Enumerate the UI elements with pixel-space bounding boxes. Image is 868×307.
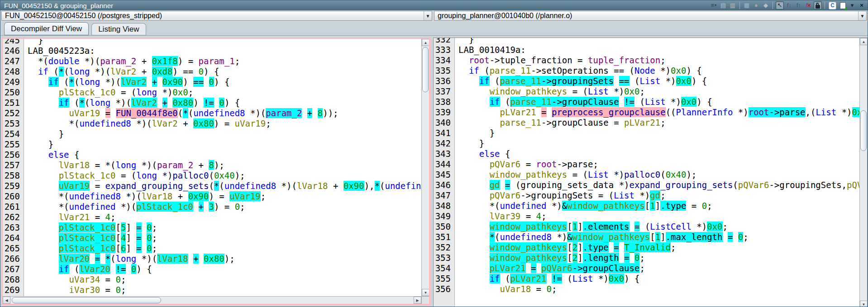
code-line[interactable]: 256 else { bbox=[3, 150, 421, 160]
left-horizontal-scrollbar[interactable]: ◀ ▶ bbox=[3, 296, 421, 304]
right-function-selector[interactable]: grouping_planner@001040b0 (/planner.o) ▼ bbox=[434, 11, 867, 21]
scrollbar-thumb[interactable] bbox=[12, 297, 161, 303]
code-line[interactable]: 341 } bbox=[434, 128, 859, 138]
line-number: 354 bbox=[434, 263, 455, 274]
right-code-view[interactable]: 332 }333LAB_0010419a:334 root->tuple_fra… bbox=[434, 38, 859, 307]
close-icon[interactable]: × bbox=[858, 1, 866, 9]
export-view-icon[interactable]: ▥ bbox=[729, 1, 737, 9]
code-line[interactable]: 354 pLVar21 = pQVar6->groupClause; bbox=[434, 263, 859, 274]
code-line[interactable]: 259 uVar19 = expand_grouping_sets(*(unde… bbox=[3, 181, 421, 191]
line-number: 249 bbox=[3, 77, 24, 87]
chevron-down-icon[interactable]: ▼ bbox=[858, 11, 866, 20]
code-line[interactable]: 338 if (parse_11->groupClause != (List *… bbox=[434, 97, 859, 107]
code-text: plStack_1c0[6] = 0; bbox=[24, 243, 157, 254]
snapshot-menu-icon[interactable]: ≡▾ bbox=[710, 1, 718, 9]
code-line[interactable]: 265 plStack_1c0[6] = 0; bbox=[3, 243, 421, 254]
code-line[interactable]: 356 uVar18 = 0; bbox=[434, 284, 859, 294]
code-line[interactable]: 269 iVar30 = 0; bbox=[3, 285, 421, 295]
code-line[interactable]: 345 window_pathkeys = (List *)palloc0(0x… bbox=[434, 170, 859, 180]
left-vertical-scrollbar[interactable]: ▲ ▼ bbox=[421, 39, 429, 296]
duplicate-view-icon[interactable]: ▤ bbox=[719, 1, 727, 9]
code-line[interactable]: 258 plStack_1c0 = (long *)palloc0(0x40); bbox=[3, 170, 421, 181]
code-line[interactable]: 355 if (pLVar21 != (List *)0x0) { bbox=[434, 274, 859, 284]
document-arrow-glyph bbox=[840, 2, 846, 9]
code-line[interactable]: 342 } bbox=[434, 138, 859, 149]
scroll-up-arrow-icon[interactable]: ▲ bbox=[860, 38, 868, 45]
code-line[interactable]: 266 lVar20 = *(long *)(lVar18 + 0x80); bbox=[3, 254, 421, 264]
code-line[interactable]: 262 lVar21 = 4; bbox=[3, 212, 421, 222]
code-line[interactable]: 347 pQVar6->groupingSets = (List *)gd; bbox=[434, 190, 859, 201]
scroll-down-arrow-icon[interactable]: ▼ bbox=[422, 289, 429, 296]
code-line[interactable]: 336 if (parse_11->groupingSets == (List … bbox=[434, 76, 859, 86]
memory-circle-icon[interactable]: ● bbox=[752, 1, 760, 9]
view-tabs: Decompiler Diff View Listing View bbox=[0, 22, 868, 36]
code-line[interactable]: 253 *(undefined8 *)(lVar2 + 0x80) = uVar… bbox=[3, 118, 421, 129]
code-line[interactable]: 249 if (*(long *)(lVar2 + 0x90) == 0) { bbox=[3, 77, 421, 87]
right-vertical-scrollbar[interactable]: ▲ ▼ bbox=[859, 38, 867, 307]
code-line[interactable]: 257 lVar18 = *(long *)(param_2 + 8); bbox=[3, 160, 421, 170]
code-line[interactable]: 246LAB_0045223a: bbox=[3, 46, 421, 56]
code-line[interactable]: 333LAB_0010419a: bbox=[434, 45, 859, 55]
scroll-down-arrow-icon[interactable]: ▼ bbox=[860, 301, 868, 307]
left-function-selector[interactable]: FUN_00452150@00452150 (/postgres_strippe… bbox=[1, 11, 432, 21]
binary-format-icon[interactable]: ▦ bbox=[743, 1, 751, 9]
code-line[interactable]: 339 pLVar21 = preprocess_groupclause((Pl… bbox=[434, 107, 859, 118]
code-line[interactable]: 268 uVar34 = 0; bbox=[3, 274, 421, 285]
code-text: *(undefined8 *)&window_pathkeys[1].max_l… bbox=[455, 232, 749, 242]
code-line[interactable]: 353 window_pathkeys[2].length = 0; bbox=[434, 253, 859, 263]
code-text: plStack_1c0[4] = 0; bbox=[24, 233, 157, 243]
code-line[interactable]: 245 } bbox=[3, 39, 421, 46]
cursor-tool-icon[interactable]: ↖ bbox=[776, 1, 784, 9]
scroll-left-arrow-icon[interactable]: ◀ bbox=[3, 297, 10, 304]
code-line[interactable]: 343 else { bbox=[434, 149, 859, 159]
code-line[interactable]: 260 *(undefined8 *)(lVar18 + 0x90) = uVa… bbox=[3, 191, 421, 202]
code-line[interactable]: 351 *(undefined8 *)&window_pathkeys[1].m… bbox=[434, 232, 859, 242]
c-source-icon[interactable]: C bbox=[828, 1, 837, 9]
code-line[interactable]: 346 gd = (grouping_sets_data *)expand_gr… bbox=[434, 180, 859, 190]
code-line[interactable]: 350 window_pathkeys[1].elements = (ListC… bbox=[434, 222, 859, 232]
code-line[interactable]: 261 *(undefined *)(plStack_1c0 + 3) = 0; bbox=[3, 202, 421, 212]
scrollbar-thumb[interactable] bbox=[860, 110, 867, 151]
code-text: window_pathkeys = (List *)0x0; bbox=[455, 86, 645, 97]
diamond-icon[interactable]: ◆ bbox=[762, 1, 770, 9]
scrollbar-thumb[interactable] bbox=[422, 47, 429, 92]
code-text: *(double *)(param_2 + 0x1f8) = param_1; bbox=[24, 56, 240, 66]
code-line[interactable]: 349 lVar39 = 4; bbox=[434, 211, 859, 222]
chevron-down-icon[interactable]: ▼ bbox=[424, 11, 432, 20]
scroll-right-arrow-icon[interactable]: ▶ bbox=[414, 297, 421, 304]
code-line[interactable]: 332 } bbox=[434, 38, 859, 45]
menu-chevron-icon[interactable]: ▾ bbox=[848, 1, 856, 9]
code-line[interactable]: 250 plStack_1c0 = (long *)0x0; bbox=[3, 87, 421, 98]
code-line[interactable]: 334 root->tuple_fraction = tuple_fractio… bbox=[434, 55, 859, 66]
code-line[interactable]: 263 plStack_1c0[5] = 0; bbox=[3, 222, 421, 233]
code-line[interactable]: 251 if (*(long *)(lVar2 + 0x80) != 0) { bbox=[3, 98, 421, 108]
tab-decompiler-diff-view[interactable]: Decompiler Diff View bbox=[4, 22, 89, 35]
code-line[interactable]: 248 if (*(long *)(lVar2 + 0xd8) == 0) { bbox=[3, 66, 421, 77]
code-line[interactable]: 247 *(double *)(param_2 + 0x1f8) = param… bbox=[3, 56, 421, 66]
code-line[interactable]: 264 plStack_1c0[4] = 0; bbox=[3, 233, 421, 243]
code-text: plStack_1c0[5] = 0; bbox=[24, 222, 157, 233]
code-line[interactable]: 340 parse_11->groupClause = pLVar21; bbox=[434, 118, 859, 128]
code-line[interactable]: 344 pQVar6 = root->parse; bbox=[434, 159, 859, 170]
code-line[interactable]: 255 } bbox=[3, 139, 421, 150]
remove-function-icon[interactable]: f× bbox=[804, 1, 812, 9]
code-line[interactable]: 348 *(undefined *)&window_pathkeys[1].ty… bbox=[434, 201, 859, 211]
code-line[interactable]: 337 window_pathkeys = (List *)0x0; bbox=[434, 86, 859, 97]
code-line[interactable]: 352 window_pathkeys[2].type = T_Invalid; bbox=[434, 242, 859, 253]
scroll-up-arrow-icon[interactable]: ▲ bbox=[422, 39, 429, 46]
code-line[interactable]: 335 if (parse_11->setOperations == (Node… bbox=[434, 66, 859, 76]
code-line[interactable]: 254 } bbox=[3, 129, 421, 139]
new-snapshot-icon[interactable] bbox=[839, 1, 847, 9]
code-text: root->tuple_fraction = tuple_fraction; bbox=[455, 55, 666, 66]
tab-listing-view[interactable]: Listing View bbox=[91, 23, 146, 35]
code-line[interactable]: 252 uVar19 = FUN_0044f8e0(*(undefined8 *… bbox=[3, 108, 421, 118]
toolbar-separator bbox=[739, 2, 740, 9]
lock-icon[interactable] bbox=[814, 1, 822, 9]
lock-glyph bbox=[816, 5, 820, 9]
code-text: else { bbox=[24, 150, 79, 160]
function-prev-icon[interactable]: f↑ bbox=[795, 1, 803, 9]
left-code-view[interactable]: 245 }246LAB_0045223a:247 *(double *)(par… bbox=[3, 39, 421, 296]
function-next-icon[interactable]: f↓ bbox=[785, 1, 793, 9]
code-line[interactable]: 267 if (lVar20 != 0) { bbox=[3, 264, 421, 274]
code-text: *(undefined *)(plStack_1c0 + 3) = 0; bbox=[24, 202, 245, 212]
